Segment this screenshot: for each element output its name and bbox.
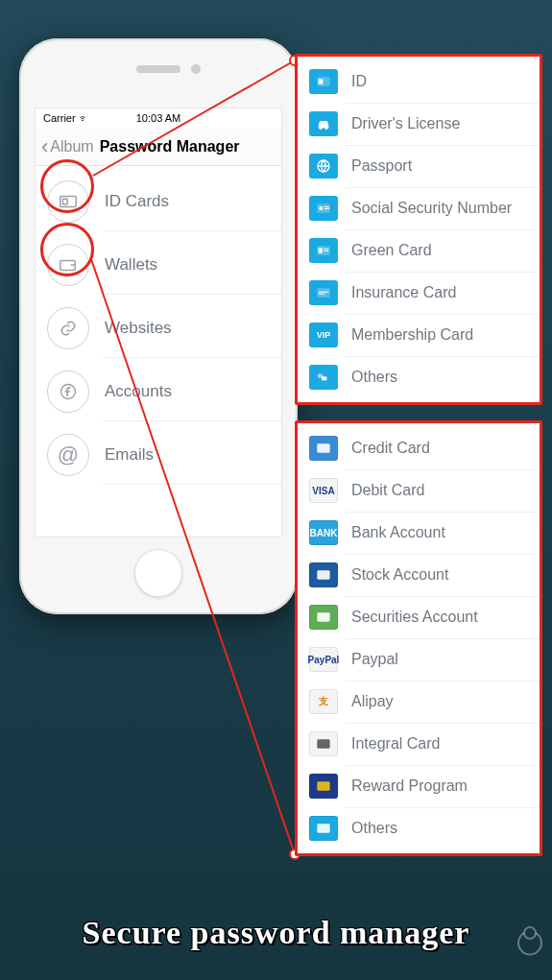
svg-rect-24 [322, 376, 326, 380]
id-cards-panel: ID Driver's License Passport Social Secu… [295, 54, 542, 405]
phone-device-frame: Carrier ᯤ 10:03 AM ‹ Album Password Mana… [19, 38, 298, 614]
id-panel-item[interactable]: ID [298, 60, 540, 103]
wallet-panel-item[interactable]: BANKBank Account [298, 512, 540, 554]
marketing-caption: Secure password manager [0, 915, 552, 951]
wallet-panel-item[interactable]: Others [298, 807, 540, 849]
svg-rect-17 [319, 248, 323, 252]
menu-item-emails[interactable]: @ Emails [36, 425, 281, 485]
svg-rect-14 [324, 206, 329, 207]
id-panel-label: Driver's License [351, 115, 460, 132]
svg-rect-26 [317, 570, 329, 579]
wallet-panel-label: Credit Card [351, 440, 430, 457]
wallet-panel-item[interactable]: VISADebit Card [298, 469, 540, 512]
wallet-panel-item[interactable]: Stock Account [298, 554, 540, 596]
menu-label: Accounts [105, 382, 172, 401]
id-panel-item[interactable]: Social Security Number [298, 187, 540, 229]
passport-icon [309, 154, 338, 179]
brand-watermark [487, 921, 544, 974]
svg-rect-15 [324, 208, 329, 209]
link-icon [47, 307, 89, 349]
svg-rect-19 [324, 251, 328, 251]
wallet-panel-label: Paypal [351, 651, 398, 668]
menu-item-accounts[interactable]: Accounts [36, 362, 281, 421]
wallet-panel-item[interactable]: Integral Card [298, 723, 540, 765]
membership-card-icon: VIP [309, 323, 338, 347]
at-sign-icon: @ [47, 434, 89, 476]
wallet-tile-icon: 支 [309, 689, 338, 714]
id-panel-item[interactable]: Others [298, 356, 540, 398]
id-panel-item[interactable]: Passport [298, 145, 540, 187]
status-bar: Carrier ᯤ 10:03 AM [36, 108, 281, 128]
svg-rect-1 [63, 199, 68, 204]
menu-label: Emails [105, 445, 154, 465]
menu-item-id-cards[interactable]: ID Cards [36, 172, 281, 231]
id-card-icon [47, 180, 89, 223]
svg-rect-27 [317, 612, 329, 621]
nav-bar: ‹ Album Password Manager [36, 128, 281, 166]
svg-point-13 [319, 206, 323, 210]
menu-label: Websites [105, 319, 172, 338]
svg-rect-20 [317, 288, 329, 297]
id-panel-item[interactable]: VIP Membership Card [298, 314, 540, 356]
svg-rect-22 [319, 294, 325, 295]
wallet-tile-icon [309, 774, 338, 799]
wallet-tile-icon: BANK [309, 520, 338, 545]
green-card-icon [309, 238, 338, 263]
svg-rect-28 [317, 739, 329, 748]
speaker-slot [136, 65, 180, 73]
wallet-tile-icon [309, 436, 338, 461]
wallet-panel-item[interactable]: 支Alipay [298, 681, 540, 723]
svg-point-10 [325, 127, 328, 130]
svg-rect-18 [324, 249, 328, 250]
wallet-panel-item[interactable]: Credit Card [298, 427, 540, 469]
svg-rect-25 [317, 443, 329, 452]
wallet-tile-icon: PayPal [309, 647, 338, 672]
id-panel-item[interactable]: Green Card [298, 229, 540, 272]
menu-item-websites[interactable]: Websites [36, 299, 281, 358]
wallet-panel-label: Integral Card [351, 735, 441, 753]
id-panel-label: ID [351, 73, 367, 90]
menu-label: ID Cards [105, 192, 169, 211]
wallet-panel-label: Debit Card [351, 482, 424, 499]
insurance-card-icon [309, 280, 338, 305]
back-button[interactable]: Album [50, 138, 93, 155]
menu-item-wallets[interactable]: Wallets [36, 235, 281, 295]
wallet-panel-label: Others [351, 820, 397, 837]
wallet-panel-label: Bank Account [351, 524, 445, 541]
wallets-panel: Credit CardVISADebit CardBANKBank Accoun… [295, 420, 542, 856]
svg-point-9 [320, 127, 323, 130]
id-panel-label: Social Security Number [351, 200, 512, 217]
id-panel-label: Passport [351, 157, 412, 175]
wallet-tile-icon: VISA [309, 478, 338, 503]
id-panel-label: Insurance Card [351, 284, 456, 301]
home-button[interactable] [134, 549, 182, 597]
category-list: ID Cards Wallets Websites Accounts [36, 166, 281, 485]
clock: 10:03 AM [36, 112, 281, 124]
back-chevron-icon[interactable]: ‹ [41, 136, 48, 157]
wallet-panel-item[interactable]: Reward Program [298, 765, 540, 807]
phone-screen: Carrier ᯤ 10:03 AM ‹ Album Password Mana… [35, 108, 282, 538]
svg-rect-30 [317, 824, 329, 832]
wallet-panel-item[interactable]: Securities Account [298, 596, 540, 638]
wallet-tile-icon [309, 731, 338, 756]
others-icon [309, 365, 338, 390]
svg-point-31 [524, 927, 536, 939]
wallet-panel-label: Stock Account [351, 566, 448, 584]
wallet-tile-icon [309, 816, 338, 841]
id-panel-item[interactable]: Driver's License [298, 103, 540, 145]
svg-rect-8 [319, 79, 324, 84]
wallet-tile-icon [309, 605, 338, 630]
wallet-panel-label: Reward Program [351, 777, 468, 795]
ssn-icon [309, 196, 338, 221]
svg-rect-29 [317, 781, 329, 790]
id-panel-label: Membership Card [351, 326, 473, 344]
menu-label: Wallets [105, 255, 157, 275]
page-title: Password Manager [100, 138, 240, 155]
wallet-panel-item[interactable]: PayPalPaypal [298, 638, 540, 681]
wallet-tile-icon [309, 562, 338, 587]
id-panel-item[interactable]: Insurance Card [298, 272, 540, 314]
wallet-icon [47, 244, 89, 286]
id-panel-label: Green Card [351, 242, 432, 259]
id-panel-label: Others [351, 369, 397, 386]
id-icon [309, 69, 338, 94]
